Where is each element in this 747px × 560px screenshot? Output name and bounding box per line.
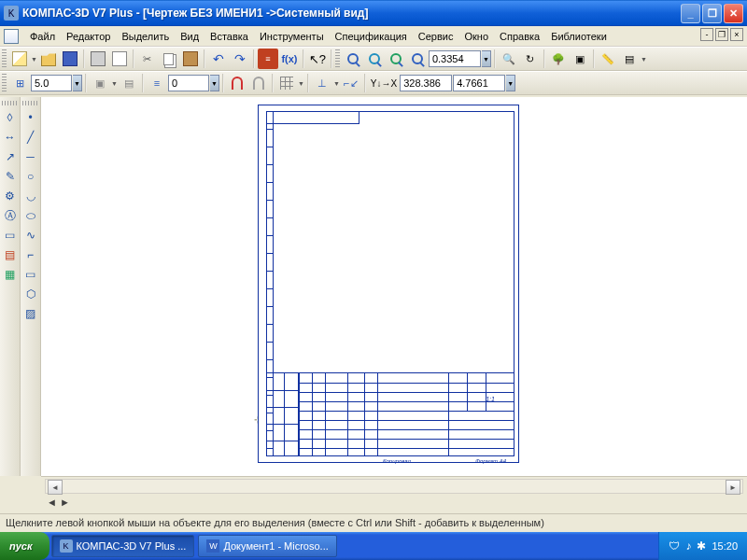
menu-tools[interactable]: Инструменты [254,29,330,44]
print-button[interactable] [88,49,108,69]
segment-tool-button[interactable]: ─ [21,147,40,166]
paste-button[interactable] [180,49,201,69]
window-title: КОМПАС-3D V7 Plus - [Чертеж БЕЗ ИМЕНИ1 -… [22,7,681,20]
grid-button[interactable] [276,73,297,93]
fillet-tool-button[interactable]: ⌐ [21,245,40,264]
select-panel-button[interactable]: ▭ [1,226,20,245]
status-hint: Щелкните левой кнопкой мыши на объекте д… [6,517,544,528]
toolbar-grip[interactable] [2,101,19,105]
rectangle-tool-button[interactable]: ▭ [21,265,40,284]
edit-panel-button[interactable]: ✎ [1,167,20,186]
menu-libraries[interactable]: Библиотеки [545,29,613,44]
copy-button[interactable] [159,49,179,69]
window-titlebar: K КОМПАС-3D V7 Plus - [Чертеж БЕЗ ИМЕНИ1… [0,0,747,26]
mdi-minimize-button[interactable]: - [700,28,713,41]
layer-button[interactable]: ▤ [119,73,139,93]
measure-button[interactable]: 📏 [598,49,618,69]
tray-shield-icon[interactable]: 🛡 [669,539,680,553]
zoom-input[interactable] [429,50,481,67]
doc-manager-button[interactable]: ▤ [619,49,640,69]
geometry-panel-button[interactable]: ◊ [1,108,20,127]
system-tray[interactable]: 🛡 ♪ ✱ 15:20 [658,532,747,560]
annotations-panel-button[interactable]: ↗ [1,147,20,166]
menu-file[interactable]: Файл [24,29,61,44]
taskbar-item-word[interactable]: W Документ1 - Microso... [198,535,336,557]
style-dropdown[interactable]: ▼ [210,75,219,91]
app-icon: K [4,6,19,21]
menu-help[interactable]: Справка [494,29,545,44]
menu-window[interactable]: Окно [458,29,494,44]
menu-insert[interactable]: Вставка [204,29,254,44]
toolbar-grip[interactable] [335,49,340,68]
hatch-tool-button[interactable]: ▨ [21,304,40,323]
title-block: 1:1 Копировал Формат А4 [298,372,514,456]
measure-panel-button[interactable]: Ⓐ [1,206,20,225]
aux-line-tool-button[interactable]: ╱ [21,128,40,147]
menu-edit[interactable]: Редактор [61,29,116,44]
close-button[interactable]: ✕ [724,4,743,23]
menu-select[interactable]: Выделить [116,29,175,44]
style-input[interactable] [168,75,209,91]
params-panel-button[interactable]: ⚙ [1,187,20,205]
zoom-prev-button[interactable] [386,49,406,69]
assoc-panel-button[interactable]: ▦ [1,265,20,284]
taskbar-item-kompas[interactable]: K КОМПАС-3D V7 Plus ... [51,535,195,557]
menu-spec[interactable]: Спецификация [330,29,413,44]
redo-button[interactable]: ↷ [230,49,250,69]
arc-tool-button[interactable]: ◡ [21,187,40,205]
coord-dropdown[interactable]: ▼ [506,75,515,91]
maximize-button[interactable]: ❐ [702,4,722,23]
zoom-window-button[interactable] [343,49,363,69]
spline-tool-button[interactable]: ∿ [21,226,40,245]
pan-button[interactable]: 🔍 [499,49,519,69]
linestyle-button[interactable]: ≡ [147,73,167,93]
dimensions-panel-button[interactable]: ↔ [1,128,20,147]
menu-view[interactable]: Вид [175,29,204,44]
ellipse-tool-button[interactable]: ⬭ [21,206,40,225]
coord-y-input[interactable] [453,75,505,91]
minimize-button[interactable]: _ [681,4,700,23]
step-input[interactable] [31,75,72,91]
save-button[interactable] [60,49,80,69]
point-tool-button[interactable]: • [21,108,40,127]
cut-button[interactable]: ✂ [137,49,158,69]
tray-volume-icon[interactable]: ♪ [685,539,691,553]
circle-tool-button[interactable]: ○ [21,167,40,186]
drawing-canvas[interactable]: ⊹ [41,97,747,476]
tray-generic-icon[interactable]: ✱ [697,539,706,553]
pointer-button[interactable]: ↖? [307,49,328,69]
preview-button[interactable] [109,49,130,69]
mdi-close-button[interactable]: × [730,28,743,41]
sheet-pager[interactable]: ◄ ► [41,496,747,509]
open-button[interactable] [38,49,59,69]
step-button[interactable]: ⊞ [9,73,30,93]
ortho-button[interactable]: ⊥ [312,73,332,93]
round-button[interactable]: ⌐↙ [341,73,361,93]
properties-button[interactable]: ≡ [258,49,278,69]
coord-x-input[interactable] [400,75,452,91]
zoom-fit-button[interactable] [407,49,428,69]
undo-button[interactable]: ↶ [208,49,229,69]
toolbar-grip[interactable] [2,49,7,68]
layers-button[interactable]: ▣ [570,49,590,69]
toolbar-grip[interactable] [2,74,7,92]
start-button[interactable]: пуск [0,532,49,560]
redraw-button[interactable]: ↻ [520,49,541,69]
step-dropdown[interactable]: ▼ [73,75,82,91]
polygon-tool-button[interactable]: ⬡ [21,285,40,303]
variables-button[interactable]: f(x) [279,49,300,69]
compact-panel-toolbar: ◊ ↔ ↗ ✎ ⚙ Ⓐ ▭ ▤ ▦ [0,97,21,476]
mdi-restore-button[interactable]: ❐ [715,28,728,41]
tray-clock[interactable]: 15:20 [712,540,738,552]
new-button[interactable] [9,49,30,69]
toolbar-grip[interactable] [22,101,39,105]
snap-off-button[interactable] [248,73,269,93]
state-button[interactable]: ▣ [90,73,110,93]
snap-on-button[interactable] [227,73,247,93]
zoom-dropdown[interactable]: ▼ [482,50,491,67]
tree-button[interactable]: 🌳 [548,49,569,69]
horizontal-scrollbar[interactable] [45,479,743,494]
menu-service[interactable]: Сервис [413,29,459,44]
spec-panel-button[interactable]: ▤ [1,245,20,264]
zoom-in-button[interactable] [364,49,385,69]
